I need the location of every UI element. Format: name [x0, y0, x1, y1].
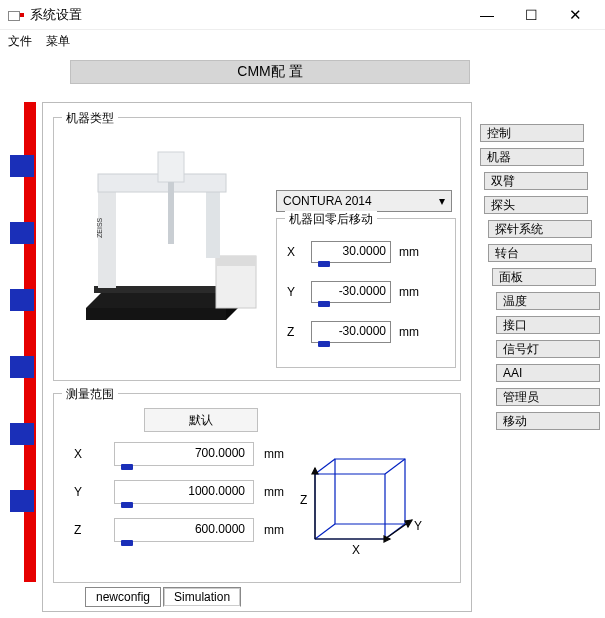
range-x-input[interactable]: 700.0000	[114, 442, 254, 466]
cat-tab-probe[interactable]: 探头	[484, 196, 588, 214]
axis-z-label: Z	[300, 493, 307, 507]
left-tab-2[interactable]	[10, 222, 34, 244]
axis-x-label: X	[352, 543, 360, 557]
homing-z-unit: mm	[399, 325, 419, 339]
homing-x-label: X	[287, 245, 311, 259]
machine-model-select[interactable]: CONTURA 2014 ▾	[276, 190, 452, 212]
cat-tab-control[interactable]: 控制	[480, 124, 584, 142]
range-default-header: 默认	[144, 408, 258, 432]
svg-marker-12	[315, 474, 385, 539]
range-y-input[interactable]: 1000.0000	[114, 480, 254, 504]
homing-row-z: Z -30.0000 mm	[287, 319, 447, 345]
menu-menu[interactable]: 菜单	[46, 33, 70, 50]
cat-tab-dualarm[interactable]: 双臂	[484, 172, 588, 190]
svg-marker-21	[405, 520, 412, 527]
cat-tab-move[interactable]: 移动	[496, 412, 600, 430]
range-legend: 测量范围	[62, 386, 118, 403]
svg-text:ZEISS: ZEISS	[96, 217, 103, 238]
main-panel: 机器类型	[42, 102, 472, 612]
svg-rect-5	[216, 256, 256, 266]
svg-marker-1	[86, 308, 226, 320]
range-y-label: Y	[74, 485, 114, 499]
cat-tab-aai[interactable]: AAI	[496, 364, 600, 382]
cat-tab-machine[interactable]: 机器	[480, 148, 584, 166]
range-y-unit: mm	[264, 485, 284, 499]
svg-line-14	[315, 459, 335, 474]
range-cube-diagram: X Y Z	[290, 444, 430, 564]
svg-rect-7	[206, 188, 220, 258]
cat-tab-stylus[interactable]: 探针系统	[488, 220, 592, 238]
cat-tab-panel[interactable]: 面板	[492, 268, 596, 286]
range-x-unit: mm	[264, 447, 284, 461]
machine-model-value: CONTURA 2014	[283, 194, 372, 208]
svg-rect-9	[158, 152, 184, 182]
left-tab-5[interactable]	[10, 423, 34, 445]
left-tab-4[interactable]	[10, 356, 34, 378]
homing-row-y: Y -30.0000 mm	[287, 279, 447, 305]
cat-tab-temp[interactable]: 温度	[496, 292, 600, 310]
homing-y-unit: mm	[399, 285, 419, 299]
range-row-x: X 700.0000 mm	[74, 440, 304, 468]
cat-tab-interface[interactable]: 接口	[496, 316, 600, 334]
homing-z-input[interactable]: -30.0000	[311, 321, 391, 343]
homing-row-x: X 30.0000 mm	[287, 239, 447, 265]
homing-group: 机器回零后移动 X 30.0000 mm Y -30.0000 mm Z -30…	[276, 218, 456, 368]
machine-type-legend: 机器类型	[62, 110, 118, 127]
minimize-button[interactable]: —	[465, 0, 509, 30]
left-tab-6[interactable]	[10, 490, 34, 512]
homing-z-label: Z	[287, 325, 311, 339]
range-z-label: Z	[74, 523, 114, 537]
bottom-tabs: newconfig Simulation	[85, 587, 243, 607]
range-group: 测量范围 默认 X 700.0000 mm Y 1000.0000 mm Z 6…	[53, 393, 461, 583]
range-z-input[interactable]: 600.0000	[114, 518, 254, 542]
range-row-y: Y 1000.0000 mm	[74, 478, 304, 506]
close-button[interactable]: ✕	[553, 0, 597, 30]
homing-legend: 机器回零后移动	[285, 211, 377, 228]
cmm-image: ZEISS	[66, 138, 266, 348]
cat-tab-rotary[interactable]: 转台	[488, 244, 592, 262]
cat-tab-signal[interactable]: 信号灯	[496, 340, 600, 358]
app-icon	[8, 9, 24, 21]
left-tab-1[interactable]	[10, 155, 34, 177]
window-title: 系统设置	[30, 6, 82, 24]
svg-marker-13	[335, 459, 405, 524]
range-z-unit: mm	[264, 523, 284, 537]
svg-line-17	[315, 524, 335, 539]
page-title: CMM配 置	[70, 60, 470, 84]
left-tab-3[interactable]	[10, 289, 34, 311]
homing-x-unit: mm	[399, 245, 419, 259]
range-row-z: Z 600.0000 mm	[74, 516, 304, 544]
svg-rect-10	[168, 182, 174, 244]
title-bar: 系统设置 — ☐ ✕	[0, 0, 605, 30]
chevron-down-icon: ▾	[439, 194, 445, 208]
range-x-label: X	[74, 447, 114, 461]
homing-y-input[interactable]: -30.0000	[311, 281, 391, 303]
menu-bar: 文件 菜单	[0, 30, 605, 52]
maximize-button[interactable]: ☐	[509, 0, 553, 30]
cat-tab-admin[interactable]: 管理员	[496, 388, 600, 406]
axis-y-label: Y	[414, 519, 422, 533]
homing-x-input[interactable]: 30.0000	[311, 241, 391, 263]
homing-y-label: Y	[287, 285, 311, 299]
tab-simulation[interactable]: Simulation	[163, 587, 241, 607]
menu-file[interactable]: 文件	[8, 33, 32, 50]
tab-newconfig[interactable]: newconfig	[85, 587, 161, 607]
svg-marker-23	[312, 468, 318, 474]
client-area: CMM配 置 机器类型	[0, 52, 605, 617]
svg-line-15	[385, 459, 405, 474]
machine-type-group: 机器类型	[53, 117, 461, 381]
